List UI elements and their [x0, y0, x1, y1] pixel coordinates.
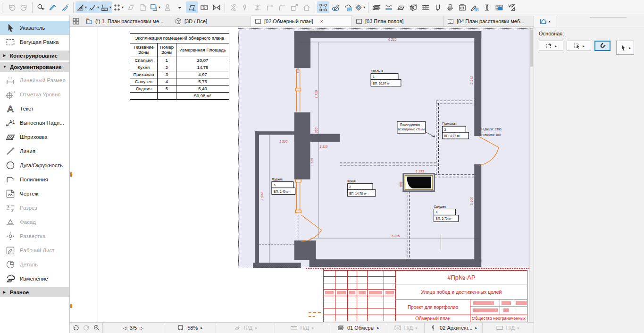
copyframe-icon: [150, 3, 158, 12]
title-block-cell: [357, 315, 368, 321]
tab-02-survey-plan[interactable]: [02 Обмерный план] ×: [251, 16, 352, 26]
quick-layers-button[interactable]: ▾: [534, 16, 556, 27]
toolbox-item-elevation-tool: Фасад: [0, 215, 69, 229]
pen-tool-button[interactable]: [432, 1, 444, 13]
upen-icon: [434, 3, 442, 12]
guide-lines-button[interactable]: ▾: [75, 1, 88, 13]
story-pager[interactable]: ◁ 3/5 ▷: [103, 323, 164, 333]
fit-in-window-icon[interactable]: [177, 324, 184, 332]
toolbox-item-label-tool[interactable]: A1Выносная Надп...: [0, 116, 69, 130]
drawing-frame-line: [323, 269, 324, 322]
callout-planned-walls[interactable]: Планируемые возводимые стены: [397, 121, 435, 137]
composites-button[interactable]: [407, 1, 419, 13]
stretch-marquee-button[interactable]: [210, 1, 223, 13]
zone-stamp-kitchen[interactable]: Кухня 2 ВП: 14,78 м²: [347, 179, 376, 196]
layer-selector[interactable]: 01 Обмеры ▸: [329, 323, 387, 333]
tab-overview-button[interactable]: [70, 16, 82, 26]
back-icon[interactable]: [72, 324, 80, 332]
title-block[interactable]: #Пр№-АР Улица побед и достиженных целей …: [323, 270, 527, 322]
prev-story-icon[interactable]: ◁: [123, 325, 127, 331]
scrollbar-thumb[interactable]: [530, 28, 533, 67]
zoom-control[interactable]: 58% ▸: [164, 323, 216, 333]
toolbox-group-more[interactable]: ▶Разное: [0, 287, 69, 297]
arrow-mode-button[interactable]: ▸: [616, 41, 634, 55]
layer-settings-button[interactable]: [370, 1, 383, 13]
annotate-button[interactable]: [329, 1, 342, 13]
measure-button[interactable]: 12: [198, 1, 210, 13]
tab-layout-1[interactable]: (!) 1. План расстановки ме...: [82, 16, 171, 26]
toolbox-item-line-tool[interactable]: Линия: [0, 144, 69, 158]
schedules-button[interactable]: [493, 1, 505, 13]
toolbox-item-drawing-tool[interactable]: Чертеж: [0, 187, 69, 201]
tab-3d-all[interactable]: [3D / Все]: [171, 16, 251, 26]
line-types-button[interactable]: [419, 1, 432, 13]
view-history-controls[interactable]: [70, 323, 103, 333]
toolbox-item-arrow-tool[interactable]: Указатель: [0, 21, 69, 35]
toolbox-group-design[interactable]: ▶Конструирование: [0, 51, 69, 60]
inject-parameters-button[interactable]: [59, 1, 71, 13]
tab-close-icon[interactable]: ×: [320, 18, 323, 24]
toolbar-grip[interactable]: [2, 3, 4, 12]
complex-profiles-button[interactable]: [481, 1, 493, 13]
edit-marquee-button[interactable]: ▸: [539, 41, 563, 51]
edit-selection-set-button[interactable]: [317, 1, 329, 13]
dropdown-caret-icon[interactable]: ▾: [109, 5, 111, 9]
zone-stamp-bathroom[interactable]: Санузел 4 ВП: 5,76 м²: [434, 205, 459, 222]
drawing-setup-button[interactable]: [456, 1, 468, 13]
toolbox-item-text-tool[interactable]: AТекст: [0, 102, 69, 116]
toolbox-item-change-tool[interactable]: Изменение: [0, 272, 69, 286]
dropdown-caret-icon[interactable]: ▾: [97, 5, 99, 9]
svg-text:ВП: 4,97 м²: ВП: 4,97 м²: [444, 134, 460, 137]
coordinate-input-button[interactable]: XY:▾: [100, 1, 112, 13]
tab-03-floor-plan[interactable]: [03 План полов]: [352, 16, 443, 26]
pen-set-selector[interactable]: 02 Архитект... ▸: [425, 323, 483, 333]
vertical-scrollbar[interactable]: [529, 27, 534, 322]
toolbox-item-fill-tool[interactable]: Штриховка: [0, 130, 69, 144]
dropdown-caret-icon[interactable]: ▾: [85, 5, 87, 9]
dropdown-caret-icon[interactable]: ▾: [159, 5, 160, 9]
fill-types-button[interactable]: [395, 1, 407, 13]
select-marquee-button[interactable]: ▸: [567, 41, 591, 51]
toolbox-item-arc-circle-tool[interactable]: Дуга/Окружность: [0, 158, 69, 172]
menu-arrow-icon[interactable]: ▸: [201, 325, 203, 330]
zone-stamp-hall[interactable]: Прихожая 3 ВП: 4,97 м²: [443, 122, 469, 139]
pen-sets-button[interactable]: [468, 1, 481, 13]
zone-stamp-loggia[interactable]: Лоджия 5 ВП: 5,40 м²: [272, 178, 295, 195]
snap-guides-button[interactable]: ▾: [88, 1, 100, 13]
markup-entry-button[interactable]: [342, 1, 354, 13]
favorites-button[interactable]: ▾: [354, 1, 366, 13]
toolbox-item-marquee-tool[interactable]: Бегущая Рамка: [0, 35, 69, 49]
panel-handle[interactable]: [590, 17, 627, 17]
house-icon: [539, 17, 547, 25]
current-pen-set[interactable]: 02 Архитект...: [440, 325, 472, 331]
copy-frame-button[interactable]: ▾: [149, 1, 161, 13]
tab-04-furniture-plan[interactable]: [04 План расстановки меб...: [443, 16, 534, 26]
next-story-icon[interactable]: ▷: [140, 325, 143, 331]
survey-plan-drawing[interactable]: Спальня 1 ВП: 20,07 м² Кухня 2 ВП: 14,78…: [238, 28, 532, 268]
svg-text:Прихожая: Прихожая: [443, 122, 457, 126]
snap-grid-button[interactable]: ▾: [112, 1, 125, 13]
favorites-apply-button[interactable]: [505, 1, 518, 13]
zone-stamp-bedroom[interactable]: Спальня 1 ВП: 20,07 м²: [371, 69, 401, 86]
more-options-button[interactable]: [174, 1, 186, 13]
surfaces-button[interactable]: [444, 1, 456, 13]
dropdown-caret-icon[interactable]: ▾: [363, 5, 365, 9]
toolbox-item-label: Разрез: [20, 205, 37, 211]
find-select-button[interactable]: [34, 1, 47, 13]
svg-text:1.2: 1.2: [11, 90, 16, 94]
profiles-button[interactable]: [383, 1, 395, 13]
skew-button: [125, 1, 137, 13]
toolbox-group-documentation[interactable]: ▼Документирование: [0, 62, 69, 72]
current-layer[interactable]: 01 Обмеры: [347, 325, 375, 331]
svg-text:884: 884: [399, 181, 402, 187]
story-indicator[interactable]: 3/5: [130, 325, 137, 331]
title-block-cell: [384, 308, 396, 315]
zoom-in-icon[interactable]: [93, 324, 100, 332]
zoom-level[interactable]: 58%: [187, 325, 198, 331]
dropdown-caret-icon[interactable]: ▾: [122, 5, 124, 9]
polygon-edit-button[interactable]: [186, 1, 198, 13]
drawing-canvas[interactable]: Экспликация помещений обмерного плана На…: [70, 27, 534, 322]
toolbox-item-polyline-tool[interactable]: Полилиния: [0, 172, 69, 187]
pick-up-parameters-button[interactable]: [47, 1, 59, 13]
magnet-toggle-button[interactable]: [594, 41, 611, 51]
